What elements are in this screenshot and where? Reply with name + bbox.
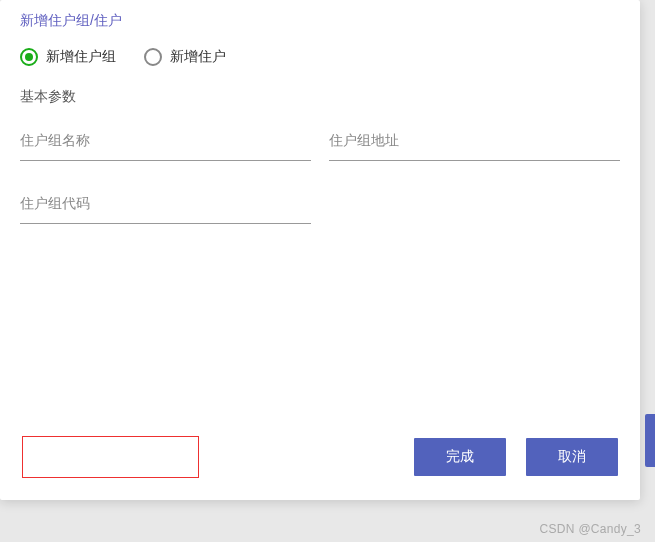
radio-add-group-label: 新增住户组 bbox=[46, 48, 116, 66]
field-group-name bbox=[20, 126, 311, 161]
fields-row-2 bbox=[20, 189, 620, 224]
background-button-edge bbox=[645, 414, 655, 467]
radio-dot-icon bbox=[25, 53, 33, 61]
dialog-body: 新增住户组/住户 新增住户组 新增住户 基本参数 bbox=[0, 0, 640, 416]
dialog-title: 新增住户组/住户 bbox=[20, 12, 620, 30]
radio-add-resident-label: 新增住户 bbox=[170, 48, 226, 66]
confirm-button[interactable]: 完成 bbox=[414, 438, 506, 476]
cancel-button[interactable]: 取消 bbox=[526, 438, 618, 476]
radio-group: 新增住户组 新增住户 bbox=[20, 48, 620, 66]
group-name-input[interactable] bbox=[20, 126, 311, 161]
field-group-address bbox=[329, 126, 620, 161]
section-label: 基本参数 bbox=[20, 88, 620, 106]
watermark-text: CSDN @Candy_3 bbox=[540, 522, 641, 536]
group-code-input[interactable] bbox=[20, 189, 311, 224]
error-highlight-box bbox=[22, 436, 199, 478]
radio-add-resident[interactable]: 新增住户 bbox=[144, 48, 226, 66]
radio-add-group[interactable]: 新增住户组 bbox=[20, 48, 116, 66]
field-group-code bbox=[20, 189, 311, 224]
dialog-footer: 完成 取消 bbox=[0, 416, 640, 500]
fields-row-1 bbox=[20, 126, 620, 161]
radio-unselected-icon bbox=[144, 48, 162, 66]
group-address-input[interactable] bbox=[329, 126, 620, 161]
radio-selected-icon bbox=[20, 48, 38, 66]
add-resident-dialog: 新增住户组/住户 新增住户组 新增住户 基本参数 bbox=[0, 0, 640, 500]
